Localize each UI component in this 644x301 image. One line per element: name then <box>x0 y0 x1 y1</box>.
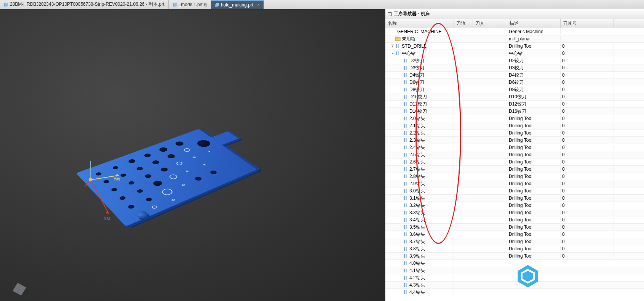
tree-row[interactable]: 3.3钻头 Drilling Tool 0 <box>385 209 644 216</box>
tree-row[interactable]: D2铰刀 D2铰刀 0 <box>385 57 644 64</box>
tool-icon <box>403 189 408 193</box>
cell-desc: Generic Machine <box>507 29 561 34</box>
panel-toggle-icon[interactable] <box>388 12 392 16</box>
tree-row[interactable]: 2.2钻头 Drilling Tool 0 <box>385 130 644 137</box>
svg-marker-10 <box>106 210 109 214</box>
tree-row[interactable]: 2.0钻头 Drilling Tool 0 <box>385 115 644 122</box>
hole <box>158 147 169 152</box>
tree-row[interactable]: D8铰刀 D8铰刀 0 <box>385 86 644 93</box>
cell-desc: Drilling Tool <box>507 195 561 201</box>
tree-row[interactable]: 2.3钻头 Drilling Tool 0 <box>385 137 644 144</box>
svg-rect-43 <box>404 146 405 149</box>
svg-rect-1 <box>5 3 8 6</box>
tree-row[interactable]: D3铰刀 D3铰刀 0 <box>385 64 644 72</box>
cell-desc: Drilling Tool <box>507 138 561 143</box>
cell-toolno: 0 <box>561 116 614 121</box>
svg-rect-38 <box>406 124 407 128</box>
tree-row[interactable]: 3.5钻头 Drilling Tool 0 <box>385 224 644 231</box>
tree-row[interactable]: + STD_DRILL Drilling Tool 0 <box>385 43 644 50</box>
expander-icon <box>398 269 402 272</box>
cell-desc: Drilling Tool <box>507 210 561 215</box>
tree-row[interactable]: 3.6钻头 Drilling Tool 0 <box>385 231 644 238</box>
node-label: 2.4钻头 <box>409 144 425 151</box>
cell-toolno: 0 <box>561 65 614 70</box>
view-cube-icon[interactable] <box>13 283 26 295</box>
expander-icon <box>398 81 402 84</box>
tree-row[interactable]: D16铰刀 D16铰刀 0 <box>385 108 644 115</box>
tool-icon <box>395 51 401 56</box>
tree-row[interactable]: 2.9钻头 Drilling Tool 0 <box>385 180 644 187</box>
node-label: D16铰刀 <box>409 108 427 115</box>
expander-icon <box>398 95 402 99</box>
col-header-track[interactable]: 刀轨 <box>454 19 473 28</box>
tree-row[interactable]: 3.4钻头 Drilling Tool 0 <box>385 216 644 224</box>
svg-rect-55 <box>404 189 405 193</box>
ring-marker <box>151 205 158 209</box>
svg-rect-53 <box>404 182 405 186</box>
tree-row[interactable]: 2.8钻头 Drilling Tool 0 <box>385 173 644 180</box>
col-header-tool[interactable]: 刀具 <box>473 19 507 28</box>
cross-marker: + <box>206 150 213 154</box>
svg-rect-41 <box>404 138 405 142</box>
tree-row[interactable]: 3.9钻头 Drilling Tool 0 <box>385 253 644 260</box>
tree-row[interactable]: + 中心钻 中心钻 0 <box>385 50 644 57</box>
operation-tree-table[interactable]: 名称 刀轨 刀具 描述 刀具号 GENERIC_MACHINE Generic … <box>385 19 644 301</box>
svg-rect-66 <box>406 225 407 229</box>
svg-rect-56 <box>406 189 407 193</box>
tree-row[interactable]: 2.5钻头 Drilling Tool 0 <box>385 151 644 159</box>
cell-desc: Drilling Tool <box>507 174 561 179</box>
tab[interactable]: 20BM-HRDBJ202343-OP10PT00056738-Strip-RE… <box>0 0 169 9</box>
col-header-desc[interactable]: 描述 <box>507 19 561 28</box>
tree-row[interactable]: 3.0钻头 Drilling Tool 0 <box>385 187 644 195</box>
svg-rect-72 <box>406 247 407 251</box>
tab[interactable]: hole_making.prt × <box>211 0 264 9</box>
expander-icon[interactable]: + <box>391 45 394 48</box>
tree-row[interactable]: 2.1钻头 Drilling Tool 0 <box>385 122 644 130</box>
table-header: 名称 刀轨 刀具 描述 刀具号 <box>385 19 644 28</box>
tree-row[interactable]: 3.2钻头 Drilling Tool 0 <box>385 202 644 209</box>
svg-rect-61 <box>404 211 405 215</box>
svg-rect-14 <box>395 37 398 38</box>
hole <box>102 179 110 184</box>
node-label: D6铰刀 <box>409 79 424 86</box>
tool-icon <box>403 210 408 215</box>
node-label: D12铰刀 <box>409 101 427 107</box>
tree-row[interactable]: 2.4钻头 Drilling Tool 0 <box>385 144 644 151</box>
svg-rect-39 <box>404 131 405 135</box>
cell-desc: Drilling Tool <box>507 224 561 230</box>
svg-rect-80 <box>406 276 407 280</box>
tree-row[interactable]: 3.8钻头 Drilling Tool 0 <box>385 245 644 253</box>
hole <box>95 172 102 176</box>
tree-row[interactable]: 2.6钻头 Drilling Tool 0 <box>385 159 644 166</box>
tree-row[interactable]: D12铰刀 D12铰刀 0 <box>385 101 644 108</box>
cell-toolno: 0 <box>561 101 614 107</box>
close-icon[interactable]: × <box>257 2 260 8</box>
node-label: 3.6钻头 <box>409 231 425 238</box>
cell-toolno: 0 <box>561 130 614 136</box>
model-block[interactable]: + + + + + + <box>76 123 289 241</box>
node-label: D3铰刀 <box>409 65 424 71</box>
cell-toolno: 0 <box>561 203 614 208</box>
cell-toolno: 0 <box>561 123 614 128</box>
expander-icon[interactable]: + <box>391 52 394 55</box>
col-header-name[interactable]: 名称 <box>385 19 454 28</box>
tab[interactable]: _model1.prt ⎘ <box>169 0 211 9</box>
3d-viewport[interactable]: + + + + + + <box>0 9 385 301</box>
tree-row[interactable]: D10铰刀 D10铰刀 0 <box>385 93 644 101</box>
node-label: 3.8钻头 <box>409 246 425 252</box>
cell-toolno: 0 <box>561 72 614 78</box>
tree-row[interactable]: GENERIC_MACHINE Generic Machine <box>385 28 644 35</box>
tree-row[interactable]: 3.1钻头 Drilling Tool 0 <box>385 195 644 202</box>
tree-row[interactable]: 4.4钻头 <box>385 289 644 296</box>
col-header-toolno[interactable]: 刀具号 <box>561 19 614 28</box>
svg-rect-48 <box>406 160 407 164</box>
tree-row[interactable]: D4铰刀 D4铰刀 0 <box>385 72 644 79</box>
tree-row[interactable]: 未用项 mill_planar <box>385 35 644 43</box>
tree-row[interactable]: 2.7钻头 Drilling Tool 0 <box>385 166 644 173</box>
tool-icon <box>395 44 401 48</box>
svg-rect-70 <box>406 240 407 243</box>
tree-row[interactable]: 3.7钻头 Drilling Tool 0 <box>385 238 644 245</box>
tree-row[interactable]: D6铰刀 D6铰刀 0 <box>385 79 644 86</box>
ring-marker <box>182 147 192 152</box>
node-label: 2.9钻头 <box>409 181 425 187</box>
